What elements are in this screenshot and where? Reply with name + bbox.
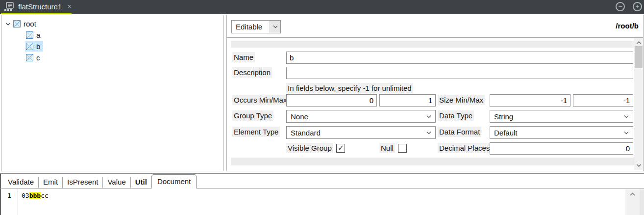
tab-util[interactable]: Util <box>131 177 151 188</box>
form-body: Name Description In fields below, specif… <box>227 38 634 170</box>
scroll-up-icon[interactable] <box>625 192 640 196</box>
line-number-gutter: 1 <box>1 189 18 215</box>
editor-scroll-corner <box>640 189 644 215</box>
code-segment: 03 <box>22 192 29 199</box>
tab-validate[interactable]: Validate <box>3 177 39 188</box>
close-tab-icon[interactable]: × <box>66 2 72 10</box>
element-node-icon <box>26 31 33 39</box>
mode-select-value: Editable <box>232 21 270 33</box>
tree-item-label: a <box>36 31 40 39</box>
data-type-label: Data Type <box>438 110 474 121</box>
editor-scrollbar[interactable] <box>625 189 640 215</box>
visible-group-label: Visible Group <box>286 143 333 153</box>
name-input[interactable] <box>286 52 633 64</box>
structure-icon <box>4 2 14 11</box>
tree-item-root[interactable]: root <box>1 18 223 29</box>
decimal-places-input[interactable] <box>490 142 633 155</box>
occurs-max-input[interactable] <box>379 94 436 107</box>
name-label: Name <box>232 52 255 62</box>
tab-title: flatStructure1 <box>18 2 62 11</box>
tab-value[interactable]: Value <box>103 177 130 188</box>
size-minmax-label: Size Min/Max <box>438 95 485 105</box>
occurs-min-input[interactable] <box>286 94 377 107</box>
data-format-label: Data Format <box>438 127 481 137</box>
group-type-value: None <box>291 112 308 121</box>
active-tab-underline <box>1 13 72 14</box>
form-scrollbar[interactable] <box>634 38 643 170</box>
tree-item-c[interactable]: c <box>1 52 223 63</box>
tree-item-a[interactable]: a <box>1 29 223 41</box>
chevron-down-icon <box>624 115 629 118</box>
decimal-places-label: Decimal Places <box>438 143 491 153</box>
data-type-value: String <box>494 112 513 121</box>
element-type-label: Element Type <box>232 127 280 137</box>
chevron-down-icon[interactable] <box>5 22 12 26</box>
description-input[interactable] <box>286 67 633 79</box>
scroll-up-icon[interactable] <box>634 39 643 47</box>
mode-select[interactable]: Editable <box>231 20 281 33</box>
tree-item-label: root <box>24 20 36 28</box>
unlimited-hint: In fields below, specify -1 for unlimite… <box>286 83 413 93</box>
tree-item-label: b <box>36 42 40 51</box>
scroll-down-icon[interactable] <box>634 161 643 169</box>
tree-item-b[interactable]: b <box>1 41 223 52</box>
chevron-down-icon[interactable] <box>270 21 280 33</box>
group-type-select[interactable]: None <box>286 110 436 123</box>
structure-tree-panel: root a b <box>1 15 223 171</box>
selected-tree-node[interactable]: b <box>25 41 43 52</box>
element-node-icon <box>26 43 33 50</box>
document-tab-flatstructure1[interactable]: flatStructure1 × <box>1 0 76 13</box>
chevron-down-icon <box>426 115 431 118</box>
section-band <box>231 158 634 165</box>
document-editor[interactable]: 1 03bbbcc <box>1 189 644 215</box>
element-node-icon <box>26 54 33 61</box>
description-label: Description <box>232 67 272 78</box>
editor-titlebar: flatStructure1 × − + <box>0 0 644 14</box>
group-type-label: Group Type <box>232 110 273 121</box>
visible-group-checkbox[interactable] <box>336 144 345 153</box>
element-properties-panel: Editable /root/b Name Description In fie… <box>226 15 644 171</box>
code-segment: cc <box>41 192 49 199</box>
element-node-icon <box>13 20 21 27</box>
null-checkbox[interactable] <box>398 144 407 153</box>
tab-emit[interactable]: Emit <box>39 177 63 188</box>
line-number: 1 <box>1 189 18 199</box>
element-type-value: Standard <box>291 129 321 137</box>
form-header: Editable /root/b <box>227 15 643 38</box>
tab-ispresent[interactable]: IsPresent <box>63 177 103 188</box>
occurs-minmax-label: Occurs Min/Max <box>232 95 288 105</box>
chevron-down-icon <box>624 131 629 134</box>
chevron-down-icon <box>426 131 431 134</box>
collapse-all-button[interactable]: − <box>616 2 625 11</box>
bottom-panel: Validate Emit IsPresent Value Util Docum… <box>0 173 644 215</box>
size-min-input[interactable] <box>490 94 570 107</box>
element-type-select[interactable]: Standard <box>286 126 436 139</box>
tree-item-label: c <box>36 54 40 62</box>
expand-all-button[interactable]: + <box>633 2 642 11</box>
scrollbar-thumb[interactable] <box>635 46 643 68</box>
data-format-select[interactable]: Default <box>490 126 633 139</box>
highlighted-code-segment: bbb <box>29 192 41 199</box>
size-max-input[interactable] <box>573 94 633 107</box>
tab-document[interactable]: Document <box>151 174 197 188</box>
section-band <box>231 41 634 48</box>
data-format-value: Default <box>494 129 518 137</box>
null-label: Null <box>379 143 395 153</box>
element-path: /root/b <box>616 22 639 30</box>
script-tabs: Validate Emit IsPresent Value Util Docum… <box>0 174 644 188</box>
code-line[interactable]: 03bbbcc <box>22 192 49 199</box>
data-type-select[interactable]: String <box>490 110 633 123</box>
